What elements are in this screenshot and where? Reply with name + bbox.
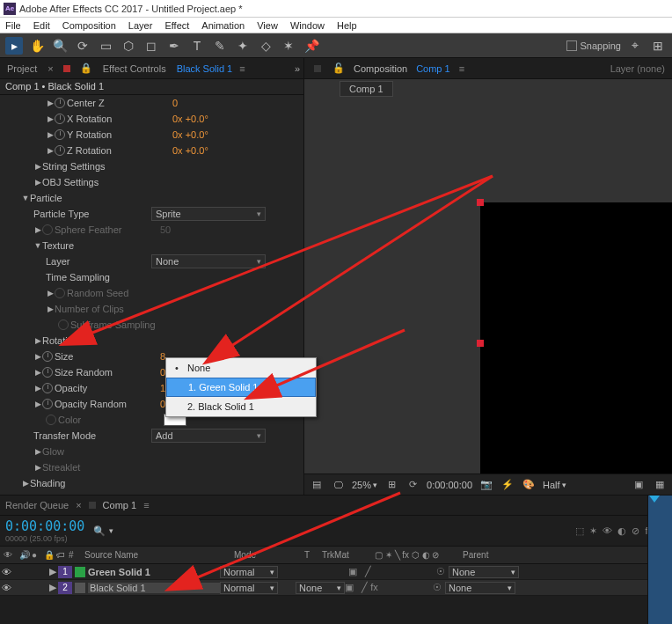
camera-icon[interactable]: 📷 (479, 479, 493, 490)
resize-handle[interactable] (477, 199, 484, 206)
zoom-dropdown[interactable]: 25%▾ (352, 480, 377, 490)
resolution-dropdown[interactable]: Half▾ (543, 480, 566, 490)
prop-z-rotation[interactable]: Z Rotation (67, 145, 172, 156)
selection-tool-icon[interactable]: ▸ (5, 37, 23, 55)
layer-name[interactable]: Black Solid 1 (88, 583, 220, 593)
pen-tool-icon[interactable]: ✒ (165, 37, 183, 55)
tl-icon[interactable]: ✶ (589, 525, 597, 537)
lock-col-icon[interactable]: 🔒 (40, 550, 53, 560)
toggle-icon[interactable]: ⟳ (405, 479, 420, 490)
viewer-grid-icon[interactable]: ▦ (653, 479, 667, 490)
lock-icon[interactable]: 🔓 (332, 62, 345, 74)
zoom-tool-icon[interactable]: 🔍 (51, 37, 69, 55)
snap-options-icon[interactable]: ⌖ (626, 37, 644, 55)
panel-menu-icon[interactable]: » (295, 63, 300, 74)
snap-to-icon[interactable]: ⊞ (649, 37, 667, 55)
eraser-tool-icon[interactable]: ◇ (257, 37, 274, 55)
particle-type-dropdown[interactable]: Sprite▾ (151, 207, 266, 221)
group-particle[interactable]: Particle (30, 193, 135, 203)
puppet-tool-icon[interactable]: 📌 (303, 37, 320, 55)
col-source[interactable]: Source Name (81, 550, 230, 560)
playhead-icon[interactable] (649, 496, 660, 503)
solo-col-icon[interactable]: ● (28, 550, 40, 560)
eye-col-icon[interactable]: 👁 (0, 550, 16, 560)
tl-icon[interactable]: ⬚ (575, 525, 584, 537)
prop-layer[interactable]: Layer (46, 256, 151, 267)
composition-canvas[interactable] (480, 202, 672, 474)
tab-layer-none[interactable]: Layer (none) (610, 63, 665, 74)
mode-dropdown[interactable]: Normal▾ (220, 566, 278, 578)
viewer-layout-icon[interactable]: ▣ (632, 479, 646, 490)
snapping-toggle[interactable]: Snapping (566, 40, 622, 51)
timeline-tracks[interactable] (647, 496, 672, 624)
tab-composition[interactable]: Composition (354, 63, 407, 74)
viewer-time[interactable]: 0:00:00:00 (427, 480, 472, 490)
tl-icon[interactable]: ⊘ (632, 525, 639, 537)
popup-option-black-solid[interactable]: 2. Black Solid 1 (166, 397, 316, 416)
menu-window[interactable]: Window (290, 20, 325, 31)
lock-icon[interactable]: 🔒 (80, 62, 92, 74)
timeline-search[interactable]: 🔍▾ (93, 525, 113, 537)
prop-size-random[interactable]: Size Random (55, 367, 160, 378)
tl-icon[interactable]: ◐ (617, 525, 626, 537)
speaker-col-icon[interactable]: 🔊 (16, 550, 28, 560)
val-z-rot[interactable]: 0x +0.0° (172, 145, 208, 156)
menu-edit[interactable]: Edit (33, 20, 50, 31)
prop-center-z[interactable]: Center Z (67, 98, 172, 108)
composition-name[interactable]: Comp 1 (416, 63, 450, 74)
clone-tool-icon[interactable]: ✦ (234, 37, 252, 55)
composition-viewer[interactable]: Comp 1 (304, 79, 672, 474)
prop-obj-settings[interactable]: OBJ Settings (42, 177, 148, 187)
viewer-comp-tab[interactable]: Comp 1 (340, 81, 393, 97)
effect-target-name[interactable]: Black Solid 1 (177, 63, 233, 74)
resize-handle[interactable] (477, 340, 484, 347)
col-trkmat[interactable]: TrkMat (318, 550, 371, 560)
prop-x-rotation[interactable]: X Rotation (67, 114, 172, 124)
prop-y-rotation[interactable]: Y Rotation (67, 129, 172, 140)
pan-behind-tool-icon[interactable]: ⬡ (120, 37, 137, 55)
bolt-icon[interactable]: ⚡ (500, 479, 515, 490)
orbit-tool-icon[interactable]: ⟳ (74, 37, 91, 55)
mode-dropdown[interactable]: Normal▾ (220, 582, 278, 594)
text-tool-icon[interactable]: T (188, 37, 206, 55)
menu-help[interactable]: Help (337, 20, 357, 31)
group-shading[interactable]: Shading (30, 478, 135, 488)
menu-view[interactable]: View (257, 20, 278, 31)
menu-layer[interactable]: Layer (128, 20, 153, 31)
texture-layer-dropdown[interactable]: None▾ (151, 254, 266, 268)
tab-render-queue[interactable]: Render Queue (5, 500, 69, 510)
timeline-layer-row[interactable]: 👁 ▶ 1 Green Solid 1 Normal▾ ▣ ╱ ☉ None▾ (0, 564, 672, 580)
menu-composition[interactable]: Composition (62, 20, 116, 31)
menu-animation[interactable]: Animation (201, 20, 245, 31)
roto-tool-icon[interactable]: ✶ (280, 37, 297, 55)
eye-icon[interactable]: 👁 (0, 567, 12, 577)
trkmat-dropdown[interactable]: None▾ (296, 582, 345, 594)
tab-timeline-comp[interactable]: Comp 1 (103, 500, 137, 510)
layer-name[interactable]: Green Solid 1 (88, 567, 220, 577)
parent-dropdown[interactable]: None▾ (449, 566, 519, 578)
camera-tool-icon[interactable]: ▭ (97, 37, 114, 55)
prop-opacity-random[interactable]: Opacity Random (55, 399, 160, 409)
popup-option-none[interactable]: None (166, 358, 316, 378)
hand-tool-icon[interactable]: ✋ (28, 37, 46, 55)
shape-tool-icon[interactable]: ◻ (142, 37, 160, 55)
tab-effect-controls[interactable]: Effect Controls (99, 63, 170, 74)
parent-dropdown[interactable]: None▾ (445, 582, 515, 594)
col-t[interactable]: T (301, 550, 318, 560)
label-col-icon[interactable]: 🏷 (53, 550, 65, 560)
timeline-layer-row[interactable]: 👁 ▶ 2 Black Solid 1 Normal▾ None▾ ▣ ╱ fx… (0, 580, 672, 596)
prop-opacity[interactable]: Opacity (55, 383, 160, 393)
prop-transfer-mode[interactable]: Transfer Mode (33, 430, 151, 441)
menu-effect[interactable]: Effect (164, 20, 189, 31)
val-center-z[interactable]: 0 (172, 98, 178, 108)
timecode[interactable]: 0:00:00:00 (5, 518, 84, 534)
prop-size[interactable]: Size (55, 351, 160, 362)
eye-icon[interactable]: 👁 (0, 583, 12, 593)
prop-string-settings[interactable]: String Settings (42, 161, 148, 172)
tab-project[interactable]: Project (4, 63, 40, 74)
tl-shy-icon[interactable]: 👁 (603, 525, 612, 537)
transfer-mode-dropdown[interactable]: Add▾ (151, 429, 266, 443)
group-texture[interactable]: Texture (42, 240, 148, 251)
prop-time-sampling[interactable]: Time Sampling (46, 272, 151, 283)
popup-option-green-solid[interactable]: 1. Green Solid 1 (166, 378, 316, 397)
